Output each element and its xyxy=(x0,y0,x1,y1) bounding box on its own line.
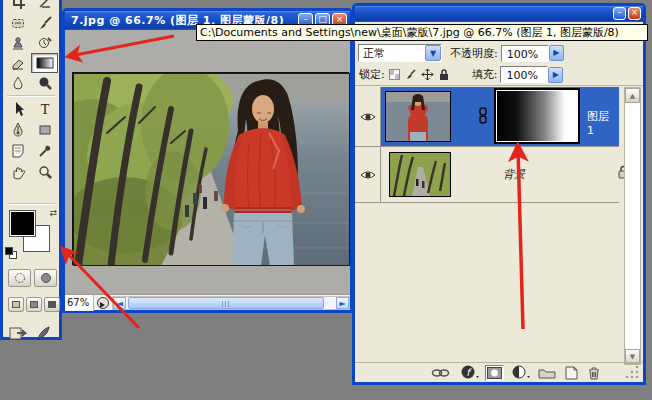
zoom-tool[interactable] xyxy=(31,162,58,182)
foreground-color-swatch[interactable] xyxy=(9,210,36,237)
delete-layer-icon[interactable] xyxy=(587,366,601,380)
mask-mode-buttons xyxy=(8,269,57,287)
new-group-icon[interactable] xyxy=(538,366,556,379)
rectangle-shape-tool[interactable] xyxy=(31,120,58,140)
standard-mode-button[interactable] xyxy=(8,269,31,287)
new-layer-icon[interactable] xyxy=(564,366,579,380)
layer-row-background[interactable]: 背景 xyxy=(355,147,619,203)
scroll-right-icon[interactable]: ► xyxy=(336,297,349,309)
opacity-label: 不透明度: xyxy=(450,46,498,61)
layer-mask-thumbnail[interactable] xyxy=(494,88,580,144)
layers-list: 图层 1 xyxy=(355,87,643,365)
eraser-tool[interactable] xyxy=(4,53,31,73)
fill-label: 填充: xyxy=(472,67,498,82)
lock-all-icon[interactable] xyxy=(438,68,450,81)
link-icon[interactable] xyxy=(477,107,489,125)
screen-mode-buttons xyxy=(8,297,60,312)
color-swatches: ⇄ xyxy=(7,210,57,262)
pen-tool[interactable] xyxy=(4,120,31,140)
crop-tool[interactable] xyxy=(4,0,31,12)
fill-slider-icon[interactable]: ▶ xyxy=(548,67,563,83)
fullscreen-menubar-button[interactable] xyxy=(26,297,42,312)
clone-stamp-tool[interactable] xyxy=(4,33,31,53)
minimize-button[interactable]: – xyxy=(613,7,626,20)
type-tool[interactable]: T xyxy=(31,99,58,119)
notes-tool[interactable] xyxy=(4,141,31,161)
photo-document[interactable] xyxy=(72,72,349,265)
swap-colors-icon[interactable]: ⇄ xyxy=(49,208,57,218)
blend-mode-select[interactable]: 正常 ▼ xyxy=(358,44,442,62)
quick-mask-mode-button[interactable] xyxy=(34,269,57,287)
hand-tool[interactable] xyxy=(4,162,31,182)
lock-paint-icon[interactable] xyxy=(404,68,417,81)
tooltip: C:\Documents and Settings\new\桌面\蒙版\7.jp… xyxy=(196,24,648,41)
gradient-mask xyxy=(497,91,577,141)
eye-icon[interactable] xyxy=(360,111,376,123)
imageready-feather-icon xyxy=(35,325,51,341)
layer-row-layer1[interactable]: 图层 1 xyxy=(355,87,619,147)
history-brush-tool[interactable] xyxy=(31,33,58,53)
lock-move-icon[interactable] xyxy=(421,68,434,81)
layers-panel-controls: – × xyxy=(611,7,641,20)
layers-panel-bottombar: f xyxy=(355,362,643,382)
layer1-thumbnail[interactable] xyxy=(385,91,451,142)
horizontal-scrollbar[interactable]: ◄ ► xyxy=(112,296,350,310)
visibility-cell[interactable] xyxy=(355,147,381,202)
layer-name[interactable]: 图层 1 xyxy=(587,109,619,137)
svg-text:T: T xyxy=(40,102,49,117)
layer-style-icon[interactable]: f xyxy=(461,365,479,380)
fullscreen-button[interactable] xyxy=(44,297,60,312)
scroll-left-icon[interactable]: ◄ xyxy=(113,297,126,309)
adjustment-layer-icon[interactable] xyxy=(512,365,530,380)
toolbox-separator xyxy=(7,95,55,97)
opacity-slider-icon[interactable]: ▶ xyxy=(549,45,564,61)
toolbox: T xyxy=(0,0,62,340)
document-window: 7.jpg @ 66.7% (图层 1, 图层蒙版/8) – □ × xyxy=(62,8,353,313)
path-selection-tool[interactable] xyxy=(4,99,31,119)
blend-mode-value: 正常 xyxy=(359,46,425,61)
default-colors-icon[interactable] xyxy=(5,247,18,260)
eyedropper-tool[interactable] xyxy=(31,141,58,161)
standard-screen-button[interactable] xyxy=(8,297,24,312)
link-layers-icon[interactable] xyxy=(431,367,451,379)
eye-icon[interactable] xyxy=(360,169,376,181)
visibility-cell[interactable] xyxy=(355,87,381,146)
layer-name[interactable]: 背景 xyxy=(503,167,525,182)
toolbox-separator xyxy=(7,203,55,205)
scroll-up-icon[interactable]: ▲ xyxy=(625,88,640,103)
add-layer-mask-button[interactable] xyxy=(485,365,504,381)
dodge-tool[interactable] xyxy=(31,73,58,93)
patch-tool[interactable] xyxy=(4,13,31,33)
photoshop-workspace: 7.jpg @ 66.7% (图层 1, 图层蒙版/8) – □ × xyxy=(0,0,652,400)
status-menu-icon[interactable] xyxy=(97,297,109,309)
blend-options-row: 正常 ▼ 不透明度: 100% ▶ xyxy=(355,42,643,64)
canvas-area[interactable] xyxy=(65,30,350,294)
lock-transparency-icon[interactable] xyxy=(389,69,400,80)
document-statusbar: 67% ◄ ► xyxy=(65,294,350,310)
jump-to-imageready-button[interactable] xyxy=(9,324,51,342)
resize-grip[interactable] xyxy=(625,365,640,379)
blur-tool[interactable] xyxy=(4,73,31,93)
close-button[interactable]: × xyxy=(628,7,641,20)
scrollbar-thumb[interactable] xyxy=(128,297,324,309)
chevron-down-icon[interactable]: ▼ xyxy=(425,45,441,61)
layers-panel-titlebar[interactable] xyxy=(355,6,643,22)
brush-tool[interactable] xyxy=(31,13,58,33)
slice-tool[interactable] xyxy=(31,0,58,12)
layers-panel: – × 正常 ▼ 不透明度: 100% ▶ 锁定: 填充: 100% ▶ xyxy=(352,3,646,385)
fill-field[interactable]: 100% xyxy=(500,66,548,83)
photo-content xyxy=(73,73,350,266)
lock-label: 锁定: xyxy=(359,67,385,82)
background-thumbnail[interactable] xyxy=(389,152,451,197)
opacity-field[interactable]: 100% xyxy=(501,45,549,62)
imageready-arrow-icon xyxy=(9,324,31,342)
zoom-level-field[interactable]: 67% xyxy=(65,295,94,311)
layers-scrollbar[interactable]: ▲ ▼ xyxy=(624,87,641,365)
lock-options-row: 锁定: 填充: 100% ▶ xyxy=(355,64,643,86)
gradient-tool[interactable] xyxy=(31,53,58,73)
